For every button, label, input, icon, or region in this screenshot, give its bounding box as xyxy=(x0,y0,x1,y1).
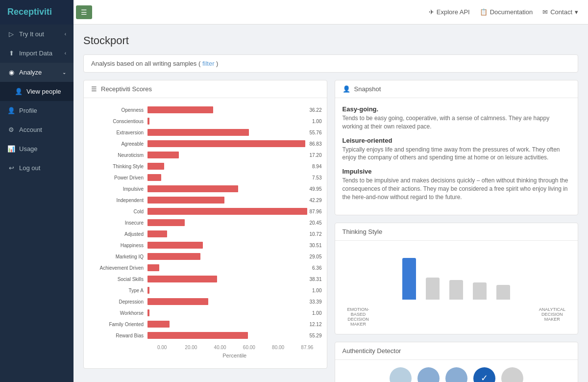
bar-container xyxy=(147,332,307,339)
bar-row: Openness 36.22 xyxy=(89,105,322,114)
bar-value: 55.29 xyxy=(309,333,321,338)
authenticity-label: Authenticity Detector xyxy=(343,347,401,355)
bar-container xyxy=(147,140,307,147)
bar-fill xyxy=(147,332,248,339)
bar-container xyxy=(147,287,310,294)
bar-value: 6.36 xyxy=(312,265,321,271)
bar-row: Thinking Style 8.94 xyxy=(89,162,322,171)
hamburger-button[interactable]: ☰ xyxy=(76,5,92,19)
app-body: ▷ Try It out ‹ ⬆ Import Data ‹ ◉ Analyze… xyxy=(0,25,588,382)
bar-value: 10.72 xyxy=(309,231,321,237)
scores-header-icon: ☰ xyxy=(91,85,97,93)
bar-fill xyxy=(147,309,149,316)
sidebar-label-profile: Profile xyxy=(19,107,37,114)
bar-fill xyxy=(147,298,208,305)
contact-icon: ✉ xyxy=(542,8,548,16)
sidebar-item-import-data[interactable]: ⬆ Import Data ‹ xyxy=(0,44,74,63)
bar-fill xyxy=(147,230,167,237)
bar-label: Conscientious xyxy=(89,119,147,124)
bar-row: Conscientious 1.00 xyxy=(89,117,322,126)
thinking-style-card: Thinking Style EMOTION-BASEDDECISIONMAKE… xyxy=(335,223,579,334)
bar-container xyxy=(147,264,310,271)
bar-fill xyxy=(147,118,149,125)
bar-row: Reward Bias 55.29 xyxy=(89,331,322,340)
bar-row: Agreeable 86.83 xyxy=(89,139,322,148)
sidebar-item-usage[interactable]: 📊 Usage xyxy=(0,139,74,158)
bar-container xyxy=(147,276,307,282)
bar-container xyxy=(147,106,307,113)
bar-label: Insecure xyxy=(89,220,147,226)
sidebar-item-try-it-out[interactable]: ▷ Try It out ‹ xyxy=(0,25,74,44)
sidebar-item-profile[interactable]: 👤 Profile xyxy=(0,101,74,120)
chart-area: Openness 36.22 Conscientious 1.00 Extrav… xyxy=(84,98,327,368)
snapshot-header: 👤 Snapshot xyxy=(335,80,578,98)
bar-label: Depression xyxy=(89,299,147,305)
bar-value: 86.83 xyxy=(309,141,321,147)
sidebar-item-view-people[interactable]: 👤 View people xyxy=(0,82,74,101)
contact-link[interactable]: ✉ Contact ▾ xyxy=(542,8,578,16)
bar-label: Neuroticism xyxy=(89,153,147,158)
auth-circle-1 xyxy=(417,367,440,382)
sidebar-item-analyze[interactable]: ◉ Analyze ⌄ xyxy=(0,63,74,82)
axis-tick: 87.96 xyxy=(293,345,321,350)
bar-value: 38.31 xyxy=(309,277,321,282)
bar-row: Workhorse 1.00 xyxy=(89,308,322,317)
bar-fill xyxy=(147,253,200,260)
thinking-labels: EMOTION-BASEDDECISIONMAKER ANALYTICALDEC… xyxy=(343,307,571,327)
sidebar-label-try-it-out: Try It out xyxy=(19,30,44,38)
analyze-icon: ◉ xyxy=(7,69,15,76)
snapshot-item-title: Easy-going. xyxy=(343,105,571,113)
bar-chart: Openness 36.22 Conscientious 1.00 Extrav… xyxy=(89,105,322,340)
snapshot-item-text: Tends to be easy going, cooperative, wit… xyxy=(343,114,571,131)
authenticity-content: ✓ LIKELYINAUTHENTIC LIKELYAUTHENTIC xyxy=(335,360,578,382)
bar-label: Achievement Driven xyxy=(89,265,147,271)
bar-label: Marketing IQ xyxy=(89,254,147,259)
snapshot-item: Impulsive Tends to be impulsive and make… xyxy=(343,168,571,201)
profile-icon: 👤 xyxy=(7,107,15,114)
sidebar-label-log-out: Log out xyxy=(19,164,40,172)
explore-api-icon: ✈ xyxy=(429,8,434,16)
try-it-out-icon: ▷ xyxy=(7,30,15,38)
bar-row: Independent 42.29 xyxy=(89,196,322,204)
bar-label: Impulsive xyxy=(89,186,147,192)
bar-row: Happiness 30.51 xyxy=(89,241,322,250)
sidebar-label-view-people: View people xyxy=(26,88,61,95)
bar-fill xyxy=(147,106,213,113)
bar-value: 20.45 xyxy=(309,220,321,226)
snapshot-item-title: Impulsive xyxy=(343,168,571,175)
bar-value: 1.00 xyxy=(312,119,321,124)
bar-value: 1.00 xyxy=(312,288,321,293)
bar-fill xyxy=(147,219,185,226)
chevron-import-data: ‹ xyxy=(65,51,66,56)
thinking-style-content: EMOTION-BASEDDECISIONMAKER ANALYTICALDEC… xyxy=(335,241,578,334)
auth-circle-2 xyxy=(445,367,467,382)
bar-label: Family Oriented xyxy=(89,322,147,327)
account-icon: ⚙ xyxy=(7,126,15,133)
auth-circle-0 xyxy=(390,367,412,382)
bar-container xyxy=(147,242,307,249)
bar-label: Adjusted xyxy=(89,231,147,237)
bar-value: 17.20 xyxy=(309,153,321,158)
snapshot-item: Leisure-oriented Typically enjoys life a… xyxy=(343,137,571,162)
bar-value: 7.53 xyxy=(312,175,321,180)
thinking-bar-0 xyxy=(402,258,416,300)
bar-container xyxy=(147,197,307,204)
sidebar-item-log-out[interactable]: ↩ Log out xyxy=(0,158,74,178)
bar-fill xyxy=(147,174,161,181)
bar-row: Power Driven 7.53 xyxy=(89,173,322,182)
bar-fill xyxy=(147,264,159,271)
bar-fill xyxy=(147,163,164,170)
thinking-bar-1 xyxy=(426,278,440,300)
sidebar-item-account[interactable]: ⚙ Account xyxy=(0,120,74,139)
bar-row: Marketing IQ 29.05 xyxy=(89,252,322,261)
bar-fill xyxy=(147,276,217,282)
filter-link[interactable]: filter xyxy=(202,60,215,67)
analysis-bar: Analysis based on all writing samples ( … xyxy=(83,54,578,73)
explore-api-link[interactable]: ✈ Explore API xyxy=(429,8,470,16)
checkmark: ✓ xyxy=(481,373,488,382)
bar-label: Thinking Style xyxy=(89,164,147,169)
documentation-icon: 📋 xyxy=(480,8,488,16)
scores-card-header: ☰ Receptiviti Scores xyxy=(84,80,327,98)
documentation-link[interactable]: 📋 Documentation xyxy=(480,8,533,16)
bar-fill xyxy=(147,287,149,294)
